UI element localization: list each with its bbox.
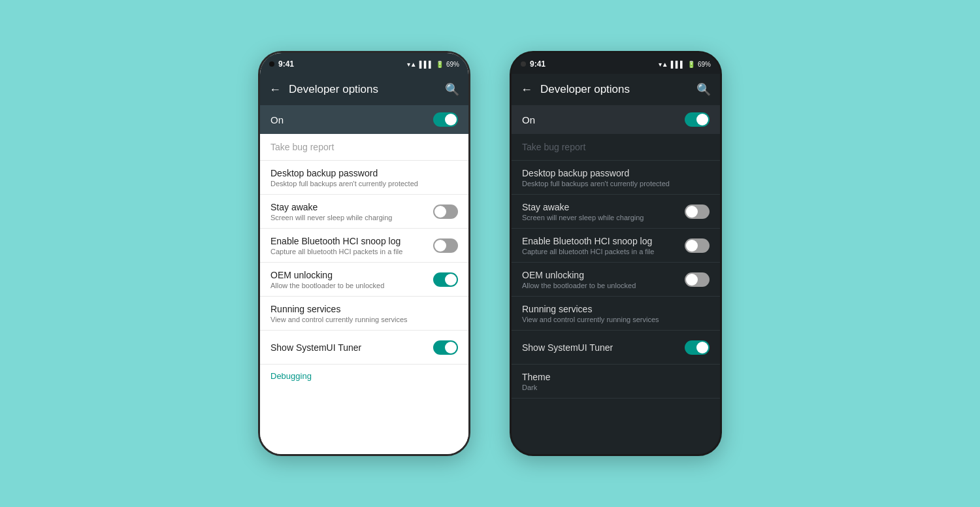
setting-subtitle-stay-awake-dark: Screen will never sleep while charging — [522, 214, 685, 221]
setting-title-stay-awake-dark: Stay awake — [522, 202, 685, 212]
setting-subtitle-bluetooth-light: Capture all bluetooth HCI packets in a f… — [270, 248, 433, 255]
phone-dark: 9:41 ▾▲ ▌▌▌ 🔋 69% ← Developer options 🔍 … — [510, 51, 722, 456]
setting-subtitle-oem-dark: Allow the bootloader to be unlocked — [522, 282, 685, 289]
setting-text-running-dark: Running services View and control curren… — [522, 304, 710, 323]
setting-text-running-light: Running services View and control curren… — [270, 304, 458, 323]
toggle-stay-awake-light[interactable] — [433, 204, 458, 219]
toggle-thumb-dark — [696, 114, 708, 125]
setting-text-stay-awake-dark: Stay awake Screen will never sleep while… — [522, 202, 685, 221]
battery-percent-light: 69% — [446, 61, 459, 68]
toggle-bluetooth-dark[interactable] — [685, 238, 710, 253]
on-label-dark: On — [522, 114, 535, 125]
search-icon-light[interactable]: 🔍 — [445, 82, 459, 97]
setting-bluetooth-light[interactable]: Enable Bluetooth HCI snoop log Capture a… — [260, 229, 468, 263]
setting-subtitle-stay-awake-light: Screen will never sleep while charging — [270, 214, 433, 221]
main-toggle-light[interactable] — [433, 112, 458, 127]
setting-title-running-dark: Running services — [522, 304, 710, 314]
setting-running-light[interactable]: Running services View and control curren… — [260, 297, 468, 331]
setting-systemui-dark[interactable]: Show SystemUI Tuner — [512, 331, 720, 365]
status-time-dark: 9:41 — [530, 59, 546, 69]
setting-oem-light[interactable]: OEM unlocking Allow the bootloader to be… — [260, 263, 468, 297]
status-bar-light: 9:41 ▾▲ ▌▌▌ 🔋 69% — [260, 53, 468, 74]
app-bar-title-dark: Developer options — [540, 83, 689, 96]
setting-text-oem-dark: OEM unlocking Allow the bootloader to be… — [522, 270, 685, 289]
setting-subtitle-oem-light: Allow the bootloader to be unlocked — [270, 282, 433, 289]
toggle-thumb-bluetooth-light — [434, 240, 446, 252]
setting-title-desktop-light: Desktop backup password — [270, 168, 458, 178]
battery-icon-light: 🔋 — [436, 61, 444, 68]
toggle-thumb-bluetooth-dark — [686, 240, 698, 252]
setting-subtitle-running-light: View and control currently running servi… — [270, 316, 458, 323]
setting-subtitle-running-dark: View and control currently running servi… — [522, 316, 710, 323]
toggle-bluetooth-light[interactable] — [433, 238, 458, 253]
setting-text-desktop-dark: Desktop backup password Desktop full bac… — [522, 168, 710, 188]
setting-title-bluetooth-dark: Enable Bluetooth HCI snoop log — [522, 236, 685, 246]
setting-title-oem-dark: OEM unlocking — [522, 270, 685, 280]
main-toggle-dark[interactable] — [685, 112, 710, 127]
setting-desktop-backup-dark[interactable]: Desktop backup password Desktop full bac… — [512, 161, 720, 195]
setting-text-oem-light: OEM unlocking Allow the bootloader to be… — [270, 270, 433, 289]
setting-subtitle-bluetooth-dark: Capture all bluetooth HCI packets in a f… — [522, 248, 685, 255]
setting-text-bluetooth-light: Enable Bluetooth HCI snoop log Capture a… — [270, 236, 433, 255]
setting-text-light: Desktop backup password Desktop full bac… — [270, 168, 458, 188]
toggle-systemui-light[interactable] — [433, 340, 458, 355]
signal-icon-light: ▌▌▌ — [419, 61, 433, 68]
camera-dot-dark — [521, 61, 526, 67]
status-icons-dark: ▾▲ ▌▌▌ 🔋 69% — [659, 61, 711, 68]
setting-title-stay-awake-light: Stay awake — [270, 202, 433, 212]
on-label-light: On — [270, 114, 284, 125]
take-bug-report-label-dark: Take bug report — [522, 142, 585, 152]
app-bar-title-light: Developer options — [289, 83, 437, 96]
phone-light: 9:41 ▾▲ ▌▌▌ 🔋 69% ← Developer options 🔍 … — [258, 51, 470, 456]
signal-icon-dark: ▌▌▌ — [671, 61, 685, 68]
toggle-thumb-oem-dark — [686, 274, 698, 286]
setting-oem-dark[interactable]: OEM unlocking Allow the bootloader to be… — [512, 263, 720, 297]
setting-stay-awake-light[interactable]: Stay awake Screen will never sleep while… — [260, 195, 468, 229]
wifi-icon-dark: ▾▲ — [659, 61, 668, 68]
setting-theme-dark[interactable]: Theme Dark — [512, 365, 720, 399]
toggle-thumb-light — [445, 114, 457, 125]
on-bar-light: On — [260, 105, 468, 134]
setting-bluetooth-dark[interactable]: Enable Bluetooth HCI snoop log Capture a… — [512, 229, 720, 263]
camera-dot-light — [269, 61, 274, 67]
back-button-light[interactable]: ← — [269, 83, 281, 97]
toggle-systemui-dark[interactable] — [685, 340, 710, 355]
wifi-icon-light: ▾▲ — [407, 61, 417, 68]
back-button-dark[interactable]: ← — [521, 83, 532, 97]
take-bug-report-light[interactable]: Take bug report — [260, 134, 468, 161]
setting-desktop-backup-light[interactable]: Desktop backup password Desktop full bac… — [260, 161, 468, 195]
setting-title-systemui-light: Show SystemUI Tuner — [270, 342, 433, 353]
status-bar-dark: 9:41 ▾▲ ▌▌▌ 🔋 69% — [512, 53, 720, 74]
take-bug-report-dark[interactable]: Take bug report — [512, 134, 720, 161]
setting-text-systemui-dark: Show SystemUI Tuner — [522, 342, 685, 353]
battery-percent-dark: 69% — [698, 61, 711, 68]
search-icon-dark[interactable]: 🔍 — [696, 82, 711, 97]
toggle-thumb-systemui-dark — [696, 342, 708, 353]
setting-subtitle-desktop-dark: Desktop full backups aren't currently pr… — [522, 180, 710, 188]
toggle-thumb-stay-awake-light — [434, 206, 446, 218]
on-bar-dark: On — [512, 105, 720, 134]
setting-subtitle-desktop-light: Desktop full backups aren't currently pr… — [270, 180, 458, 188]
toggle-thumb-systemui-light — [445, 342, 457, 353]
setting-systemui-light[interactable]: Show SystemUI Tuner — [260, 331, 468, 365]
app-bar-dark: ← Developer options 🔍 — [512, 74, 720, 105]
setting-title-theme-dark: Theme — [522, 372, 710, 382]
setting-stay-awake-dark[interactable]: Stay awake Screen will never sleep while… — [512, 195, 720, 229]
setting-title-systemui-dark: Show SystemUI Tuner — [522, 342, 685, 353]
section-header-debugging-light: Debugging — [260, 365, 468, 384]
toggle-oem-dark[interactable] — [685, 272, 710, 287]
setting-text-theme-dark: Theme Dark — [522, 372, 710, 391]
status-icons-light: ▾▲ ▌▌▌ 🔋 69% — [407, 61, 459, 68]
setting-running-dark[interactable]: Running services View and control curren… — [512, 297, 720, 331]
setting-title-desktop-dark: Desktop backup password — [522, 168, 710, 178]
setting-title-running-light: Running services — [270, 304, 458, 314]
app-bar-light: ← Developer options 🔍 — [260, 74, 468, 105]
toggle-stay-awake-dark[interactable] — [685, 204, 710, 219]
status-time-light: 9:41 — [278, 59, 294, 69]
content-light: Take bug report Desktop backup password … — [260, 134, 468, 454]
debugging-label-light: Debugging — [270, 371, 312, 381]
setting-title-bluetooth-light: Enable Bluetooth HCI snoop log — [270, 236, 433, 246]
toggle-oem-light[interactable] — [433, 272, 458, 287]
setting-text-bluetooth-dark: Enable Bluetooth HCI snoop log Capture a… — [522, 236, 685, 255]
take-bug-report-label-light: Take bug report — [270, 142, 334, 152]
